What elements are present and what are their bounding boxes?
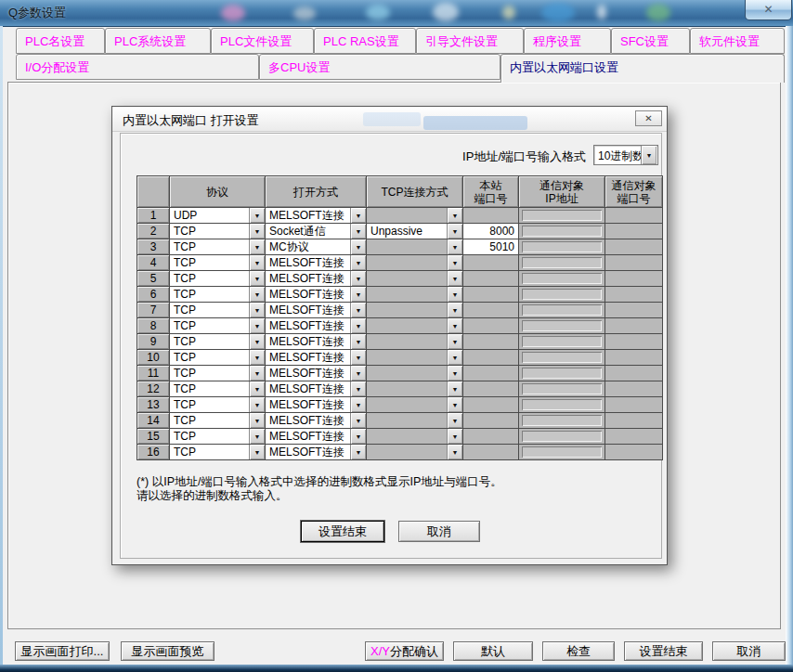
- chevron-down-icon[interactable]: ▼: [447, 381, 462, 396]
- input-format-combobox[interactable]: 10进制数 ▼: [593, 145, 658, 165]
- protocol-dropdown[interactable]: TCP▼: [170, 366, 266, 381]
- open-method-dropdown[interactable]: MELSOFT连接▼: [266, 350, 367, 366]
- tab-I/O分配设置[interactable]: I/O分配设置: [16, 54, 259, 80]
- chevron-down-icon[interactable]: ▼: [249, 224, 265, 239]
- open-method-dropdown[interactable]: MELSOFT连接▼: [266, 318, 367, 334]
- chevron-down-icon[interactable]: ▼: [249, 366, 265, 381]
- xy-assignment-check-button[interactable]: X/Y分配确认: [365, 641, 444, 661]
- protocol-dropdown[interactable]: TCP▼: [170, 303, 266, 318]
- open-method-dropdown[interactable]: MELSOFT连接▼: [266, 255, 367, 271]
- protocol-dropdown[interactable]: TCP▼: [170, 334, 266, 350]
- tab-软元件设置[interactable]: 软元件设置: [690, 28, 785, 54]
- open-method-dropdown[interactable]: MELSOFT连接▼: [266, 397, 367, 413]
- chevron-down-icon[interactable]: ▼: [249, 208, 265, 223]
- tab-PLC RAS设置[interactable]: PLC RAS设置: [314, 28, 416, 54]
- tab-引导文件设置[interactable]: 引导文件设置: [416, 28, 524, 54]
- window-close-button[interactable]: ✕: [745, 0, 792, 20]
- chevron-down-icon[interactable]: ▼: [249, 239, 265, 254]
- open-method-dropdown[interactable]: MELSOFT连接▼: [266, 413, 367, 429]
- open-method-dropdown[interactable]: MELSOFT连接▼: [266, 445, 367, 460]
- chevron-down-icon[interactable]: ▼: [350, 366, 366, 381]
- tab-多CPU设置[interactable]: 多CPU设置: [259, 54, 500, 80]
- chevron-down-icon[interactable]: ▼: [447, 208, 462, 223]
- chevron-down-icon[interactable]: ▼: [447, 334, 462, 349]
- chevron-down-icon[interactable]: ▼: [350, 445, 366, 459]
- chevron-down-icon[interactable]: ▼: [350, 239, 366, 254]
- chevron-down-icon[interactable]: ▼: [447, 429, 462, 444]
- chevron-down-icon[interactable]: ▼: [447, 397, 462, 412]
- chevron-down-icon[interactable]: ▼: [447, 303, 462, 317]
- open-method-dropdown[interactable]: MC协议▼: [266, 239, 367, 255]
- tcp-connection-dropdown[interactable]: ▼: [367, 255, 463, 271]
- chevron-down-icon[interactable]: ▼: [350, 413, 366, 428]
- open-method-dropdown[interactable]: MELSOFT连接▼: [266, 334, 367, 350]
- protocol-dropdown[interactable]: TCP▼: [170, 287, 266, 303]
- chevron-down-icon[interactable]: ▼: [447, 366, 462, 381]
- tab-SFC设置[interactable]: SFC设置: [611, 28, 690, 54]
- chevron-down-icon[interactable]: ▼: [249, 397, 265, 412]
- open-method-dropdown[interactable]: Socket通信▼: [266, 224, 367, 239]
- dialog-ok-button[interactable]: 设置结束: [301, 521, 384, 542]
- tcp-connection-dropdown[interactable]: ▼: [367, 381, 463, 397]
- tcp-connection-dropdown[interactable]: ▼: [367, 350, 463, 366]
- chevron-down-icon[interactable]: ▼: [350, 303, 366, 317]
- chevron-down-icon[interactable]: ▼: [350, 271, 366, 286]
- tcp-connection-dropdown[interactable]: ▼: [367, 397, 463, 413]
- dialog-cancel-button[interactable]: 取消: [398, 521, 480, 542]
- chevron-down-icon[interactable]: ▼: [350, 208, 366, 223]
- tcp-connection-dropdown[interactable]: ▼: [367, 318, 463, 334]
- tcp-connection-dropdown[interactable]: Unpassive▼: [367, 224, 463, 239]
- screen-preview-button[interactable]: 显示画面预览: [121, 641, 214, 661]
- tcp-connection-dropdown[interactable]: ▼: [367, 445, 463, 460]
- open-method-dropdown[interactable]: MELSOFT连接▼: [266, 429, 367, 445]
- protocol-dropdown[interactable]: TCP▼: [170, 397, 266, 413]
- protocol-dropdown[interactable]: TCP▼: [170, 271, 266, 287]
- chevron-down-icon[interactable]: ▼: [350, 334, 366, 349]
- protocol-dropdown[interactable]: TCP▼: [170, 381, 266, 397]
- chevron-down-icon[interactable]: ▼: [641, 146, 656, 164]
- open-method-dropdown[interactable]: MELSOFT连接▼: [266, 381, 367, 397]
- tcp-connection-dropdown[interactable]: ▼: [367, 429, 463, 445]
- chevron-down-icon[interactable]: ▼: [249, 381, 265, 396]
- protocol-dropdown[interactable]: TCP▼: [170, 224, 266, 239]
- local-port-cell[interactable]: 5010: [463, 239, 519, 255]
- protocol-dropdown[interactable]: UDP▼: [170, 208, 266, 224]
- setting-end-button[interactable]: 设置结束: [624, 641, 703, 661]
- chevron-down-icon[interactable]: ▼: [447, 318, 462, 333]
- chevron-down-icon[interactable]: ▼: [249, 287, 265, 302]
- open-method-dropdown[interactable]: MELSOFT连接▼: [266, 287, 367, 303]
- chevron-down-icon[interactable]: ▼: [350, 287, 366, 302]
- chevron-down-icon[interactable]: ▼: [447, 271, 462, 286]
- protocol-dropdown[interactable]: TCP▼: [170, 239, 266, 255]
- tab-PLC名设置[interactable]: PLC名设置: [16, 28, 105, 54]
- local-port-cell[interactable]: 8000: [463, 224, 519, 239]
- tab-内置以太网端口设置[interactable]: 内置以太网端口设置: [500, 54, 785, 83]
- chevron-down-icon[interactable]: ▼: [249, 318, 265, 333]
- chevron-down-icon[interactable]: ▼: [350, 429, 366, 444]
- protocol-dropdown[interactable]: TCP▼: [170, 255, 266, 271]
- default-button[interactable]: 默认: [453, 641, 533, 661]
- chevron-down-icon[interactable]: ▼: [350, 318, 366, 333]
- protocol-dropdown[interactable]: TCP▼: [170, 350, 266, 366]
- chevron-down-icon[interactable]: ▼: [447, 413, 462, 428]
- tcp-connection-dropdown[interactable]: ▼: [367, 366, 463, 381]
- tcp-connection-dropdown[interactable]: ▼: [367, 239, 463, 255]
- tcp-connection-dropdown[interactable]: ▼: [367, 208, 463, 224]
- tab-程序设置[interactable]: 程序设置: [524, 28, 611, 54]
- chevron-down-icon[interactable]: ▼: [350, 255, 366, 270]
- chevron-down-icon[interactable]: ▼: [249, 429, 265, 444]
- protocol-dropdown[interactable]: TCP▼: [170, 318, 266, 334]
- tcp-connection-dropdown[interactable]: ▼: [367, 303, 463, 318]
- chevron-down-icon[interactable]: ▼: [447, 255, 462, 270]
- chevron-down-icon[interactable]: ▼: [249, 271, 265, 286]
- chevron-down-icon[interactable]: ▼: [447, 287, 462, 302]
- open-method-dropdown[interactable]: MELSOFT连接▼: [266, 208, 367, 224]
- tcp-connection-dropdown[interactable]: ▼: [367, 271, 463, 287]
- tcp-connection-dropdown[interactable]: ▼: [367, 334, 463, 350]
- open-method-dropdown[interactable]: MELSOFT连接▼: [266, 303, 367, 318]
- chevron-down-icon[interactable]: ▼: [447, 445, 462, 459]
- chevron-down-icon[interactable]: ▼: [249, 413, 265, 428]
- tab-PLC文件设置[interactable]: PLC文件设置: [211, 28, 314, 54]
- chevron-down-icon[interactable]: ▼: [447, 239, 462, 254]
- chevron-down-icon[interactable]: ▼: [350, 397, 366, 412]
